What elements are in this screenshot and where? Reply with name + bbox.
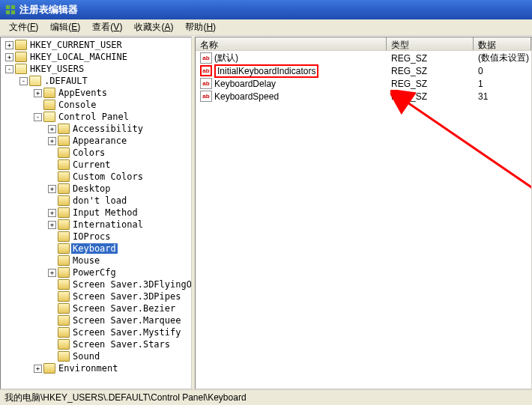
expand-icon[interactable]: + [5,41,13,49]
status-path: 我的电脑\HKEY_USERS\.DEFAULT\Control Panel\K… [4,392,247,403]
list-row[interactable]: abKeyboardSpeedREG_SZ31 [196,90,531,103]
tree-node[interactable]: Screen Saver.Stars [2,338,192,350]
collapse-icon[interactable]: - [19,77,28,85]
tree-label[interactable]: Mouse [71,255,101,266]
tree-label[interactable]: Sound [71,351,101,362]
tree-node[interactable]: Screen Saver.3DPipes [2,290,192,302]
tree-label[interactable]: PowerCfg [71,267,118,278]
tree-label[interactable]: .DEFAULT [43,76,89,86]
tree-label[interactable]: Console [57,100,98,110]
menu-favorites[interactable]: 收藏夹(A) [128,19,179,35]
collapse-icon[interactable]: - [5,65,13,73]
tree-label[interactable]: Screen Saver.Mystify [71,327,183,338]
menu-help[interactable]: 帮助(H) [179,19,222,35]
spacer [48,329,56,337]
tree-node[interactable]: Screen Saver.Marquee [2,314,192,326]
value-type: REG_SZ [387,91,474,102]
tree-node[interactable]: Screen Saver.Mystify [2,326,192,338]
tree-node[interactable]: +Environment [2,362,192,374]
tree-label[interactable]: Keyboard [71,243,118,254]
tree-node[interactable]: don't load [2,195,192,207]
folder-icon [58,243,70,254]
tree-node[interactable]: +International [2,219,192,231]
tree-node[interactable]: +AppEvents [2,87,192,99]
expand-icon[interactable]: + [5,53,13,61]
tree-label[interactable]: AppEvents [57,88,109,98]
value-type: REG_SZ [387,66,474,76]
expand-icon[interactable]: + [48,209,56,217]
tree-label[interactable]: Screen Saver.3DFlyingObj [71,279,192,290]
col-header-name[interactable]: 名称 [196,37,387,50]
tree-node[interactable]: +HKEY_LOCAL_MACHINE [2,51,192,63]
tree-label[interactable]: Colors [71,147,106,158]
menu-edit[interactable]: 编辑(E) [44,19,86,35]
window-title: 注册表编辑器 [19,3,78,16]
tree-pane[interactable]: +HKEY_CURRENT_USER+HKEY_LOCAL_MACHINE-HK… [0,37,192,389]
folder-icon [58,279,70,290]
tree-label[interactable]: HKEY_CURRENT_USER [28,40,124,50]
tree-node[interactable]: +HKEY_CURRENT_USER [2,39,192,51]
tree-node[interactable]: -HKEY_USERS [2,63,192,75]
tree-label[interactable]: International [71,219,145,230]
tree-node[interactable]: Current [2,159,192,171]
tree-node[interactable]: Custom Colors [2,171,192,183]
tree-label[interactable]: Input Method [71,207,139,218]
tree-node[interactable]: Colors [2,147,192,159]
tree-node[interactable]: Screen Saver.3DFlyingObj [2,278,192,290]
expand-icon[interactable]: + [34,89,42,97]
folder-icon [58,147,70,158]
tree-node[interactable]: Mouse [2,255,192,267]
tree-node[interactable]: -.DEFAULT [2,75,192,87]
menu-file[interactable]: 文件(F) [3,19,44,35]
folder-icon [58,267,70,278]
tree-node[interactable]: +PowerCfg [2,267,192,278]
tree-node[interactable]: Console [2,99,192,111]
tree-label[interactable]: Current [71,159,112,170]
tree-label[interactable]: Control Panel [57,112,130,122]
tree-label[interactable]: Appearance [71,135,128,146]
col-header-type[interactable]: 类型 [387,37,474,50]
expand-icon[interactable]: + [48,221,56,229]
tree-node[interactable]: Screen Saver.Bezier [2,302,192,314]
tree-label[interactable]: Screen Saver.Marquee [71,315,183,326]
expand-icon[interactable]: + [48,125,56,133]
folder-icon [43,88,55,98]
expand-icon[interactable]: + [48,185,56,193]
tree-node[interactable]: Sound [2,350,192,362]
collapse-icon[interactable]: - [34,113,42,121]
list-row[interactable]: abKeyboardDelayREG_SZ1 [196,77,531,90]
tree-node[interactable]: +Desktop [2,183,192,195]
tree-label[interactable]: Environment [57,363,119,374]
tree-label[interactable]: Screen Saver.3DPipes [71,291,183,302]
tree-label[interactable]: don't load [71,195,128,206]
tree-node[interactable]: -Control Panel [2,111,192,123]
tree-label[interactable]: IOProcs [71,231,112,242]
values-pane[interactable]: 名称 类型 数据 ab(默认)REG_SZ(数值未设置)abInitialKey… [195,37,532,389]
tree-label[interactable]: Custom Colors [71,171,145,182]
menu-view[interactable]: 查看(V) [86,19,128,35]
tree-label[interactable]: HKEY_USERS [28,64,85,74]
tree-label[interactable]: HKEY_LOCAL_MACHINE [28,52,129,62]
value-name: KeyboardDelay [214,79,276,89]
list-row[interactable]: ab(默认)REG_SZ(数值未设置) [196,52,531,64]
col-header-data[interactable]: 数据 [474,37,531,50]
expand-icon[interactable]: + [48,137,56,145]
tree-label[interactable]: Desktop [71,183,112,194]
tree-label[interactable]: Screen Saver.Bezier [71,303,177,314]
folder-icon [58,207,70,218]
tree-node[interactable]: IOProcs [2,231,192,243]
folder-icon [58,195,70,206]
tree-label[interactable]: Screen Saver.Stars [71,339,172,350]
string-value-icon: ab [200,65,212,76]
expand-icon[interactable]: + [48,269,56,277]
list-row[interactable]: abInitialKeyboardIndicatorsREG_SZ0 [196,64,531,77]
tree-node[interactable]: +Input Method [2,207,192,219]
tree-node[interactable]: Keyboard [2,243,192,255]
expand-icon[interactable]: + [34,365,42,373]
tree-node[interactable]: +Accessibility [2,123,192,135]
tree-node[interactable]: +Appearance [2,135,192,147]
value-data: 0 [474,66,531,76]
svg-rect-2 [6,10,10,14]
spacer [48,293,56,301]
tree-label[interactable]: Accessibility [71,124,145,134]
